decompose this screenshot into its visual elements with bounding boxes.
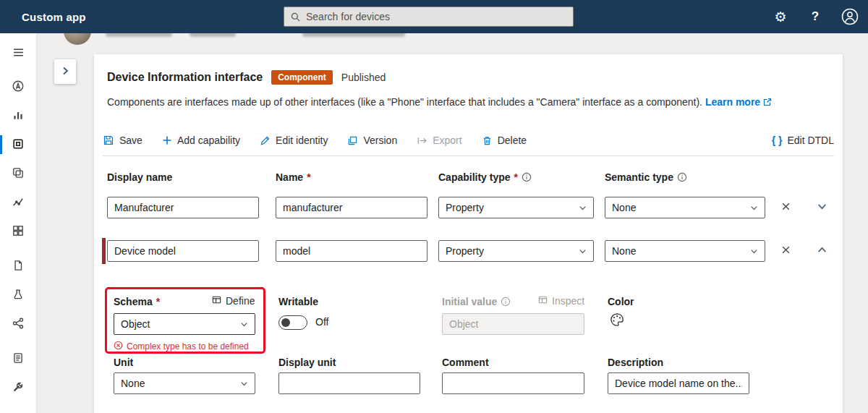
- expand-capability-button[interactable]: [813, 199, 830, 216]
- left-nav: [0, 33, 36, 413]
- description-input[interactable]: [608, 372, 749, 394]
- status-text: Published: [341, 72, 386, 83]
- display-name-input[interactable]: [107, 240, 259, 262]
- edit-dtdl-button[interactable]: { } Edit DTDL: [772, 135, 834, 146]
- account-button[interactable]: [838, 4, 862, 29]
- delete-button[interactable]: Delete: [482, 135, 527, 146]
- branch-icon: [12, 317, 25, 332]
- chevron-down-icon: [750, 247, 758, 255]
- schema-error-text: Complex type has to be defined: [127, 341, 249, 352]
- unit-dropdown[interactable]: None: [114, 372, 255, 394]
- semantic-type-value: None: [612, 202, 636, 213]
- sidebar-item-dashboards[interactable]: [0, 217, 36, 246]
- close-icon: [781, 202, 791, 213]
- capability-type-dropdown[interactable]: Property: [438, 240, 594, 262]
- device-icon: [12, 137, 25, 153]
- save-label: Save: [119, 135, 142, 146]
- inspect-button[interactable]: Inspect: [537, 294, 584, 307]
- description-row: Components are interfaces made up of oth…: [107, 96, 772, 108]
- schema-value: Object: [121, 318, 150, 330]
- sidebar-item-analytics[interactable]: [0, 101, 36, 130]
- expand-panel-button[interactable]: [54, 59, 76, 84]
- display-unit-input[interactable]: [278, 372, 420, 394]
- define-button[interactable]: Define: [211, 294, 255, 307]
- sidebar-item-devices[interactable]: [0, 130, 36, 159]
- help-button[interactable]: ?: [803, 4, 827, 29]
- writable-state: Off: [315, 316, 328, 328]
- capability-type-dropdown[interactable]: Property: [438, 197, 594, 218]
- chevron-up-icon: [817, 244, 827, 257]
- export-label: Export: [433, 135, 461, 146]
- save-button[interactable]: Save: [103, 135, 142, 146]
- export-button[interactable]: Export: [417, 135, 461, 146]
- chevron-down-icon: [579, 247, 587, 255]
- export-icon: [417, 135, 427, 146]
- version-icon: [347, 135, 358, 146]
- search-input[interactable]: [306, 11, 567, 22]
- bar-chart-icon: [12, 108, 25, 124]
- inspect-icon: [537, 294, 548, 307]
- hamburger-icon: [12, 46, 25, 61]
- device-groups-icon: [12, 166, 25, 182]
- info-icon[interactable]: [677, 172, 687, 182]
- version-label: Version: [363, 135, 397, 146]
- semantic-type-value: None: [612, 245, 636, 257]
- name-input[interactable]: [276, 240, 427, 262]
- braces-icon: { }: [772, 135, 783, 146]
- learn-more-link[interactable]: Learn more: [705, 96, 760, 108]
- sidebar-item-jobs[interactable]: [0, 281, 36, 310]
- semantic-type-dropdown[interactable]: None: [605, 240, 765, 262]
- define-icon: [211, 294, 222, 307]
- semantic-type-dropdown[interactable]: None: [605, 197, 765, 218]
- plus-icon: [162, 135, 172, 145]
- flask-icon: [12, 288, 25, 303]
- wrench-icon: [12, 380, 25, 396]
- sidebar-item-audit-logs[interactable]: [0, 344, 36, 373]
- chevron-down-icon: [240, 380, 248, 388]
- sidebar-item-insights[interactable]: [0, 188, 36, 217]
- display-unit-label: Display unit: [278, 357, 336, 368]
- version-button[interactable]: Version: [347, 135, 397, 146]
- color-label: Color: [608, 296, 634, 307]
- remove-capability-button[interactable]: [777, 242, 794, 260]
- comment-input[interactable]: [442, 372, 584, 394]
- description-text: Components are interfaces made up of oth…: [107, 96, 702, 108]
- header-name: Name*: [276, 171, 311, 183]
- color-picker-button[interactable]: [608, 311, 626, 330]
- collapse-capability-button[interactable]: [813, 242, 830, 260]
- nav-menu-toggle[interactable]: [0, 39, 36, 68]
- name-input[interactable]: [276, 197, 427, 218]
- chevron-right-icon: [61, 66, 69, 78]
- capability-type-value: Property: [446, 202, 484, 213]
- schema-error: Complex type has to be defined: [114, 341, 249, 352]
- line-chart-icon: [12, 195, 25, 210]
- chevron-down-icon: [750, 204, 758, 212]
- device-search[interactable]: [284, 7, 574, 27]
- info-icon[interactable]: [522, 172, 532, 182]
- chevron-down-icon: [817, 201, 827, 214]
- divider: [103, 156, 834, 156]
- palette-icon: [609, 312, 625, 330]
- unit-value: None: [121, 378, 145, 389]
- comment-label: Comment: [442, 357, 489, 368]
- chevron-down-icon: [240, 320, 248, 328]
- edit-identity-button[interactable]: Edit identity: [260, 135, 328, 146]
- sidebar-item-device-groups[interactable]: [0, 159, 36, 188]
- sidebar-item-overview[interactable]: [0, 72, 36, 101]
- writable-toggle[interactable]: [278, 315, 307, 330]
- remove-capability-button[interactable]: [777, 199, 794, 216]
- schema-dropdown[interactable]: Object: [114, 313, 255, 335]
- display-name-input[interactable]: [107, 197, 259, 218]
- search-icon: [290, 12, 301, 22]
- sidebar-item-rules[interactable]: [0, 310, 36, 339]
- device-template-editor: Device Information interface Component P…: [94, 54, 843, 413]
- settings-button[interactable]: ⚙: [768, 4, 793, 29]
- chevron-down-icon: [579, 204, 587, 212]
- info-icon: [501, 297, 511, 307]
- trash-icon: [482, 135, 493, 146]
- question-icon: ?: [812, 9, 819, 24]
- add-capability-button[interactable]: Add capability: [162, 135, 240, 146]
- delete-label: Delete: [498, 135, 527, 146]
- sidebar-item-administration[interactable]: [0, 373, 36, 402]
- sidebar-item-device-templates[interactable]: [0, 252, 36, 281]
